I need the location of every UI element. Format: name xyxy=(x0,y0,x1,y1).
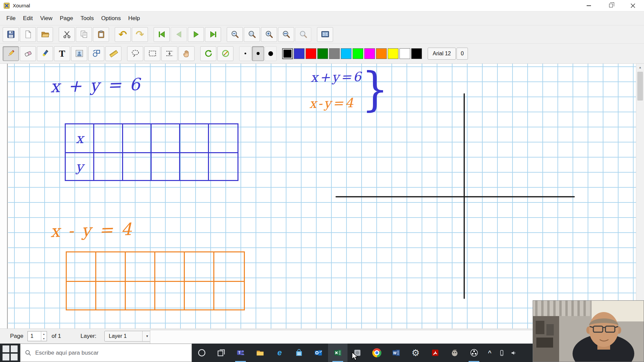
taskbar-cortana-button[interactable] xyxy=(192,344,211,362)
vertical-space-button[interactable] xyxy=(161,46,177,61)
font-button[interactable]: Arial 12 xyxy=(428,48,456,60)
menu-help[interactable]: Help xyxy=(124,13,144,23)
redo-button[interactable]: ↷ xyxy=(132,27,148,42)
taskbar-teams-button[interactable]: T xyxy=(231,344,250,362)
zoom-normal-icon: 1:1 xyxy=(248,30,257,39)
color-swatch-green[interactable] xyxy=(317,48,328,59)
aux-button[interactable]: 0 xyxy=(457,48,468,60)
taskbar-gimp-button[interactable] xyxy=(445,344,464,362)
color-swatch-black-2[interactable] xyxy=(411,48,422,59)
color-swatch-white[interactable] xyxy=(399,48,410,59)
layer-dropdown[interactable]: Layer 1 ▼ xyxy=(104,331,152,342)
menu-page[interactable]: Page xyxy=(56,13,77,23)
first-page-button[interactable] xyxy=(154,27,170,42)
ruler-tool-button[interactable] xyxy=(105,46,121,61)
taskbar-word-button[interactable]: W xyxy=(386,344,406,362)
taskbar-search-box[interactable] xyxy=(20,344,192,362)
color-swatch-black[interactable] xyxy=(282,48,293,59)
search-input[interactable] xyxy=(35,350,179,356)
menu-file[interactable]: File xyxy=(3,13,19,23)
copy-button[interactable] xyxy=(76,27,92,42)
restore-button[interactable] xyxy=(600,0,622,11)
vertical-scrollbar-thumb[interactable] xyxy=(637,72,643,101)
thickness-fine-button[interactable] xyxy=(239,46,251,61)
taskbar-file-explorer-button[interactable] xyxy=(250,344,270,362)
rectangle-select-button[interactable] xyxy=(144,46,160,61)
lasso-select-button[interactable] xyxy=(127,46,143,61)
vertical-space-icon xyxy=(165,49,174,58)
image-tool-button[interactable] xyxy=(71,46,87,61)
pen-tool-button[interactable] xyxy=(3,46,19,61)
taskbar-task-view-button[interactable] xyxy=(211,344,231,362)
zoom-select-button[interactable] xyxy=(295,27,311,42)
tray-volume-button[interactable] xyxy=(508,344,520,362)
menu-options[interactable]: Options xyxy=(98,13,125,23)
taskbar-settings-button[interactable]: ⚙ xyxy=(406,344,425,362)
tray-device-button[interactable] xyxy=(496,344,508,362)
zoom-normal-button[interactable]: 1:1 xyxy=(244,27,260,42)
color-swatch-lightgreen[interactable] xyxy=(353,48,363,59)
color-swatch-blue[interactable] xyxy=(294,48,305,59)
taskbar-store-button[interactable] xyxy=(289,344,309,362)
color-swatch-magenta[interactable] xyxy=(364,48,375,59)
svg-text:T: T xyxy=(238,351,240,355)
menu-tools[interactable]: Tools xyxy=(77,13,98,23)
color-swatch-gray[interactable] xyxy=(329,48,340,59)
fullscreen-button[interactable] xyxy=(317,27,333,42)
undo-button[interactable]: ↶ xyxy=(115,27,131,42)
device-icon xyxy=(498,349,505,357)
color-swatch-red[interactable] xyxy=(306,48,316,59)
tray-expand-button[interactable]: ^ xyxy=(484,344,496,362)
save-button[interactable] xyxy=(3,27,19,42)
taskbar-edge-button[interactable]: e xyxy=(270,344,289,362)
taskbar-outlook-button[interactable] xyxy=(309,344,328,362)
edge-icon: e xyxy=(275,348,284,357)
table-cell xyxy=(214,252,244,281)
thickness-thick-button[interactable] xyxy=(265,46,277,61)
last-page-button[interactable] xyxy=(205,27,221,42)
menu-edit[interactable]: Edit xyxy=(19,13,36,23)
vertical-scrollbar[interactable]: ▲ ▼ xyxy=(636,64,644,328)
zoom-select-icon xyxy=(299,30,308,39)
color-swatch-yellow[interactable] xyxy=(388,48,398,59)
highlighter-tool-button[interactable] xyxy=(37,46,53,61)
thickness-medium-button[interactable] xyxy=(252,46,264,61)
page-number-value[interactable]: 1 xyxy=(28,331,41,341)
start-button[interactable] xyxy=(0,344,20,362)
taskbar-acrobat-button[interactable] xyxy=(425,344,445,362)
taskbar-photos-button[interactable] xyxy=(347,344,367,362)
previous-page-button[interactable] xyxy=(171,27,187,42)
default-settings-button[interactable] xyxy=(200,46,216,61)
chrome-icon xyxy=(372,348,381,357)
settings-gear-icon: ⚙ xyxy=(412,348,420,357)
zoom-in-button[interactable] xyxy=(261,27,277,42)
open-button[interactable] xyxy=(37,27,53,42)
new-button[interactable] xyxy=(20,27,36,42)
image-icon xyxy=(75,49,84,58)
taskbar-chrome-button[interactable] xyxy=(367,344,386,362)
taskbar-obs-button[interactable] xyxy=(464,344,484,362)
color-swatch-orange[interactable] xyxy=(376,48,387,59)
eraser-tool-button[interactable] xyxy=(20,46,36,61)
shape-recognizer-icon xyxy=(92,49,101,58)
taskbar-excel-button[interactable] xyxy=(328,344,347,362)
scroll-up-button[interactable]: ▲ xyxy=(636,64,644,71)
text-tool-button[interactable]: T xyxy=(54,46,70,61)
close-button[interactable] xyxy=(622,0,644,11)
page-spin-down[interactable]: ▼ xyxy=(41,336,47,341)
default-pen-icon xyxy=(221,49,230,58)
menu-view[interactable]: View xyxy=(37,13,56,23)
minimize-button[interactable] xyxy=(578,0,600,11)
color-swatch-lightblue[interactable] xyxy=(341,48,352,59)
system-brace: } xyxy=(362,64,388,115)
page-spin-up[interactable]: ▲ xyxy=(41,331,47,336)
zoom-out-button[interactable] xyxy=(227,27,243,42)
shape-recognizer-button[interactable] xyxy=(88,46,104,61)
hand-tool-button[interactable] xyxy=(178,46,195,61)
next-page-button[interactable] xyxy=(188,27,204,42)
default-pen-button[interactable] xyxy=(217,46,233,61)
paste-button[interactable] xyxy=(93,27,109,42)
zoom-page-width-button[interactable] xyxy=(278,27,294,42)
cut-button[interactable] xyxy=(59,27,75,42)
page-number-spinbox[interactable]: 1 ▲ ▼ xyxy=(28,331,47,341)
